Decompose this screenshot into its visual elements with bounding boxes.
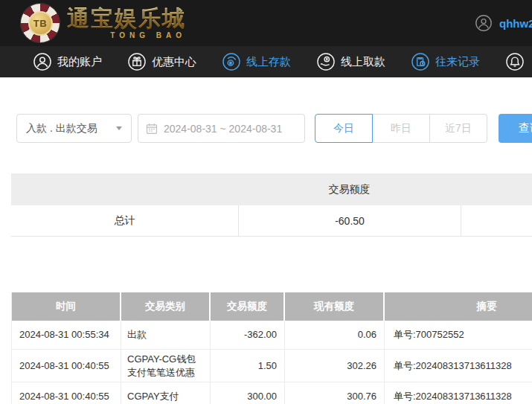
nav-label: 我的账户 [57,55,102,69]
total-value: -60.50 [238,205,461,236]
records-icon [411,52,430,71]
user-icon [33,52,52,71]
last-7-days-button[interactable]: 近7日 [429,114,487,143]
site-logo[interactable]: TB 通宝娱乐城 TONG BAO [21,4,186,42]
cell-type: CGPAY-CG钱包支付笔笔送优惠 [121,350,211,382]
quick-date-buttons: 今日 昨日 近7日 [315,114,487,143]
nav-item-promotions[interactable]: 优惠中心 [127,52,196,71]
summary-header-label: 交易额度 [238,183,461,196]
col-header-type: 交易类别 [121,292,211,321]
chevron-down-icon [116,126,122,130]
cell-balance: 0.06 [285,321,385,350]
logo-subtitle: TONG BAO [110,31,186,39]
cell-balance: 300.76 [285,382,385,404]
selected-type: 入款 . 出款交易 [26,122,116,135]
nav-item-deposit[interactable]: 线上存款 [222,52,291,71]
search-button[interactable]: 查询 [499,114,532,143]
table-row: 2024-08-31 00:55:34 出款 -362.00 0.06 单号:7… [12,321,532,350]
bell-icon [505,52,525,71]
date-range-value: 2024-08-31 ~ 2024-08-31 [164,123,282,135]
logo-text: 通宝娱乐城 TONG BAO [67,7,186,39]
cell-type: CGPAY支付 [121,382,211,404]
cell-amount: -362.00 [211,321,285,350]
transactions-table: 时间 交易类别 交易额度 现有额度 摘要 2024-08-31 00:55:34… [11,292,532,404]
nav-item-records[interactable]: 往来记录 [411,52,480,71]
summary-table: 交易额度 总计 -60.50 [11,173,532,237]
cell-amount: 300.00 [211,382,285,404]
cell-memo: 单号:202408313713611328 [385,382,532,404]
withdraw-icon [316,52,336,71]
table-row: 2024-08-31 00:40:55 CGPAY支付 300.00 300.7… [12,382,532,404]
col-header-memo: 摘要 [385,292,532,321]
deposit-icon [222,52,241,71]
logo-title: 通宝娱乐城 [67,7,186,31]
cell-memo: 单号:700752552 [385,321,532,350]
cell-time: 2024-08-31 00:55:34 [12,321,121,350]
nav-label: 线上存款 [246,55,291,69]
summary-header-row: 交易额度 [11,173,532,205]
calendar-icon [146,123,158,135]
col-header-amount: 交易额度 [211,292,285,321]
table-row: 2024-08-31 00:40:55 CGPAY-CG钱包支付笔笔送优惠 1.… [12,350,532,382]
topbar: TB 通宝娱乐城 TONG BAO qhhw2 [0,0,532,46]
casino-chip-icon: TB [21,4,60,42]
nav-item-my-account[interactable]: 我的账户 [33,52,102,71]
total-label: 总计 [11,205,238,236]
cell-type: 出款 [121,321,211,350]
username: qhhw2 [499,17,532,30]
cell-amount: 1.50 [211,350,285,382]
chip-text: TB [33,18,47,29]
cell-memo: 单号:202408313713611328 [385,350,532,382]
nav-label: 优惠中心 [152,55,196,69]
today-button[interactable]: 今日 [315,114,373,143]
nav-label: 往来记录 [435,55,480,69]
user-avatar-icon [475,14,493,32]
cell-balance: 302.26 [285,350,385,382]
date-range-input[interactable]: 2024-08-31 ~ 2024-08-31 [138,114,305,143]
page: TB 通宝娱乐城 TONG BAO qhhw2 我的账户 [0,0,532,404]
table-header-row: 时间 交易类别 交易额度 现有额度 摘要 [12,292,532,321]
cell-time: 2024-08-31 00:40:55 [12,350,121,382]
summary-empty-cell [461,205,532,236]
summary-total-row: 总计 -60.50 [11,205,532,237]
transaction-type-select[interactable]: 入款 . 出款交易 [16,114,132,143]
nav-item-messages[interactable] [505,52,530,71]
nav-item-withdraw[interactable]: 线上取款 [316,52,385,71]
user-account[interactable]: qhhw2 [475,0,532,46]
col-header-balance: 现有额度 [285,292,385,321]
cell-time: 2024-08-31 00:40:55 [12,382,121,404]
main-nav: 我的账户 优惠中心 线上存款 [0,46,532,77]
nav-label: 线上取款 [341,55,385,69]
col-header-time: 时间 [12,292,121,321]
gift-icon [127,52,147,71]
filter-bar: 入款 . 出款交易 2024-08-31 ~ 2024-08-31 今日 昨日 … [16,114,532,143]
yesterday-button[interactable]: 昨日 [372,114,430,143]
